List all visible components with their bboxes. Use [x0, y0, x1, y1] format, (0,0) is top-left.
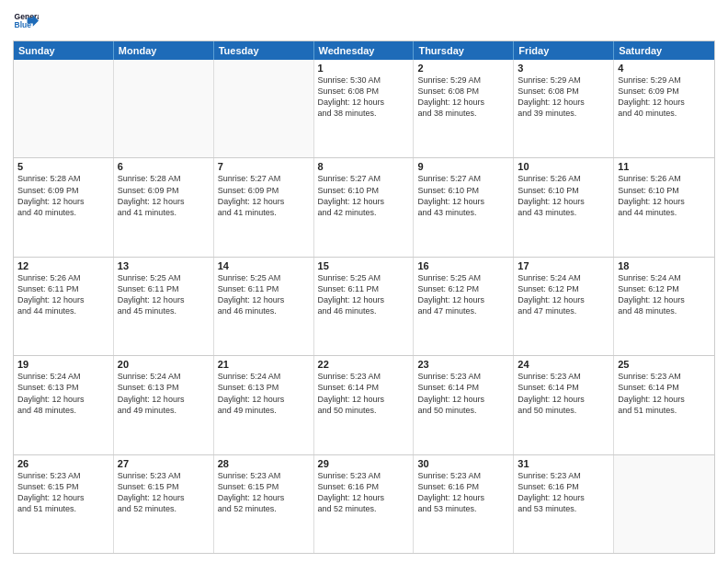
day-cell-26: 26Sunrise: 5:23 AMSunset: 6:15 PMDayligh…: [14, 455, 114, 553]
day-cell-3: 3Sunrise: 5:29 AMSunset: 6:08 PMDaylight…: [514, 60, 614, 157]
day-number: 11: [618, 161, 711, 172]
week-row-0: 1Sunrise: 5:30 AMSunset: 6:08 PMDaylight…: [14, 60, 714, 157]
header-day-sunday: Sunday: [14, 41, 114, 60]
day-info: Sunrise: 5:23 AMSunset: 6:16 PMDaylight:…: [518, 470, 609, 515]
day-info: Sunrise: 5:25 AMSunset: 6:11 PMDaylight:…: [218, 272, 310, 317]
day-info: Sunrise: 5:26 AMSunset: 6:10 PMDaylight:…: [518, 173, 609, 218]
day-cell-29: 29Sunrise: 5:23 AMSunset: 6:16 PMDayligh…: [314, 455, 415, 553]
day-number: 14: [218, 260, 310, 271]
day-cell-25: 25Sunrise: 5:23 AMSunset: 6:14 PMDayligh…: [614, 356, 714, 454]
header-day-thursday: Thursday: [414, 41, 514, 60]
day-info: Sunrise: 5:26 AMSunset: 6:10 PMDaylight:…: [618, 173, 711, 218]
day-number: 5: [17, 161, 109, 172]
day-info: Sunrise: 5:27 AMSunset: 6:10 PMDaylight:…: [318, 173, 410, 218]
day-number: 17: [518, 260, 609, 271]
header-day-friday: Friday: [514, 41, 614, 60]
day-info: Sunrise: 5:23 AMSunset: 6:14 PMDaylight:…: [518, 371, 609, 416]
day-info: Sunrise: 5:28 AMSunset: 6:09 PMDaylight:…: [118, 173, 210, 218]
day-info: Sunrise: 5:30 AMSunset: 6:08 PMDaylight:…: [318, 75, 410, 120]
day-cell-27: 27Sunrise: 5:23 AMSunset: 6:15 PMDayligh…: [114, 455, 214, 553]
day-info: Sunrise: 5:23 AMSunset: 6:16 PMDaylight:…: [318, 470, 410, 515]
day-number: 27: [118, 458, 210, 469]
empty-cell: [614, 455, 714, 553]
page: General Blue SundayMondayTuesdayWednesda…: [0, 0, 728, 563]
day-cell-14: 14Sunrise: 5:25 AMSunset: 6:11 PMDayligh…: [214, 258, 314, 355]
day-info: Sunrise: 5:29 AMSunset: 6:09 PMDaylight:…: [618, 75, 711, 120]
week-row-2: 12Sunrise: 5:26 AMSunset: 6:11 PMDayligh…: [14, 257, 714, 355]
day-cell-15: 15Sunrise: 5:25 AMSunset: 6:11 PMDayligh…: [314, 258, 415, 355]
day-cell-30: 30Sunrise: 5:23 AMSunset: 6:16 PMDayligh…: [414, 455, 514, 553]
day-cell-13: 13Sunrise: 5:25 AMSunset: 6:11 PMDayligh…: [114, 258, 214, 355]
calendar-header: SundayMondayTuesdayWednesdayThursdayFrid…: [14, 41, 714, 60]
header-day-monday: Monday: [114, 41, 214, 60]
day-info: Sunrise: 5:24 AMSunset: 6:13 PMDaylight:…: [218, 371, 310, 416]
day-info: Sunrise: 5:26 AMSunset: 6:11 PMDaylight:…: [17, 272, 109, 317]
day-info: Sunrise: 5:23 AMSunset: 6:14 PMDaylight:…: [318, 371, 410, 416]
day-cell-18: 18Sunrise: 5:24 AMSunset: 6:12 PMDayligh…: [614, 258, 714, 355]
day-info: Sunrise: 5:23 AMSunset: 6:15 PMDaylight:…: [17, 470, 109, 515]
day-info: Sunrise: 5:27 AMSunset: 6:09 PMDaylight:…: [218, 173, 310, 218]
day-number: 16: [417, 260, 509, 271]
empty-cell: [214, 60, 314, 157]
logo: General Blue: [13, 9, 39, 35]
day-cell-17: 17Sunrise: 5:24 AMSunset: 6:12 PMDayligh…: [514, 258, 614, 355]
day-cell-7: 7Sunrise: 5:27 AMSunset: 6:09 PMDaylight…: [214, 158, 314, 256]
day-number: 31: [518, 458, 609, 469]
day-info: Sunrise: 5:23 AMSunset: 6:16 PMDaylight:…: [417, 470, 509, 515]
day-cell-1: 1Sunrise: 5:30 AMSunset: 6:08 PMDaylight…: [314, 60, 415, 157]
day-number: 19: [17, 359, 109, 370]
calendar: SundayMondayTuesdayWednesdayThursdayFrid…: [13, 40, 715, 554]
day-number: 23: [417, 359, 509, 370]
day-info: Sunrise: 5:24 AMSunset: 6:13 PMDaylight:…: [17, 371, 109, 416]
day-cell-16: 16Sunrise: 5:25 AMSunset: 6:12 PMDayligh…: [414, 258, 514, 355]
day-info: Sunrise: 5:25 AMSunset: 6:11 PMDaylight:…: [118, 272, 210, 317]
day-info: Sunrise: 5:27 AMSunset: 6:10 PMDaylight:…: [417, 173, 509, 218]
header-day-wednesday: Wednesday: [314, 41, 415, 60]
day-number: 20: [118, 359, 210, 370]
day-number: 12: [17, 260, 109, 271]
day-number: 24: [518, 359, 609, 370]
week-row-4: 26Sunrise: 5:23 AMSunset: 6:15 PMDayligh…: [14, 454, 714, 553]
day-info: Sunrise: 5:23 AMSunset: 6:15 PMDaylight:…: [218, 470, 310, 515]
header: General Blue: [13, 9, 715, 35]
day-cell-5: 5Sunrise: 5:28 AMSunset: 6:09 PMDaylight…: [14, 158, 114, 256]
day-number: 26: [17, 458, 109, 469]
day-number: 25: [618, 359, 711, 370]
logo-icon: General Blue: [13, 9, 39, 35]
day-info: Sunrise: 5:25 AMSunset: 6:11 PMDaylight:…: [318, 272, 410, 317]
calendar-body: 1Sunrise: 5:30 AMSunset: 6:08 PMDaylight…: [14, 60, 714, 553]
day-info: Sunrise: 5:24 AMSunset: 6:13 PMDaylight:…: [118, 371, 210, 416]
day-info: Sunrise: 5:23 AMSunset: 6:14 PMDaylight:…: [618, 371, 711, 416]
header-day-tuesday: Tuesday: [214, 41, 314, 60]
day-number: 15: [318, 260, 410, 271]
day-cell-9: 9Sunrise: 5:27 AMSunset: 6:10 PMDaylight…: [414, 158, 514, 256]
day-number: 7: [218, 161, 310, 172]
day-cell-12: 12Sunrise: 5:26 AMSunset: 6:11 PMDayligh…: [14, 258, 114, 355]
day-number: 22: [318, 359, 410, 370]
day-info: Sunrise: 5:24 AMSunset: 6:12 PMDaylight:…: [618, 272, 711, 317]
day-cell-6: 6Sunrise: 5:28 AMSunset: 6:09 PMDaylight…: [114, 158, 214, 256]
day-info: Sunrise: 5:23 AMSunset: 6:15 PMDaylight:…: [118, 470, 210, 515]
day-info: Sunrise: 5:29 AMSunset: 6:08 PMDaylight:…: [518, 75, 609, 120]
day-number: 10: [518, 161, 609, 172]
day-cell-28: 28Sunrise: 5:23 AMSunset: 6:15 PMDayligh…: [214, 455, 314, 553]
empty-cell: [14, 60, 114, 157]
day-cell-8: 8Sunrise: 5:27 AMSunset: 6:10 PMDaylight…: [314, 158, 415, 256]
day-cell-4: 4Sunrise: 5:29 AMSunset: 6:09 PMDaylight…: [614, 60, 714, 157]
day-number: 8: [318, 161, 410, 172]
header-day-saturday: Saturday: [614, 41, 714, 60]
day-info: Sunrise: 5:25 AMSunset: 6:12 PMDaylight:…: [417, 272, 509, 317]
day-number: 28: [218, 458, 310, 469]
day-cell-21: 21Sunrise: 5:24 AMSunset: 6:13 PMDayligh…: [214, 356, 314, 454]
day-number: 9: [417, 161, 509, 172]
day-cell-2: 2Sunrise: 5:29 AMSunset: 6:08 PMDaylight…: [414, 60, 514, 157]
day-number: 4: [618, 63, 711, 74]
day-number: 6: [118, 161, 210, 172]
day-info: Sunrise: 5:28 AMSunset: 6:09 PMDaylight:…: [17, 173, 109, 218]
day-cell-23: 23Sunrise: 5:23 AMSunset: 6:14 PMDayligh…: [414, 356, 514, 454]
day-number: 13: [118, 260, 210, 271]
day-info: Sunrise: 5:23 AMSunset: 6:14 PMDaylight:…: [417, 371, 509, 416]
day-cell-24: 24Sunrise: 5:23 AMSunset: 6:14 PMDayligh…: [514, 356, 614, 454]
week-row-1: 5Sunrise: 5:28 AMSunset: 6:09 PMDaylight…: [14, 157, 714, 256]
day-number: 21: [218, 359, 310, 370]
